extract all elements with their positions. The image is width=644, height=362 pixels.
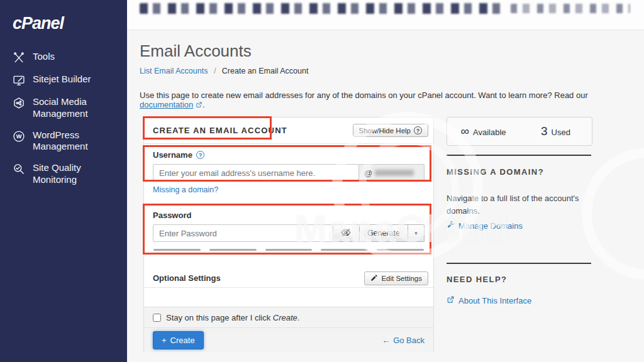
username-label-row: Username ? bbox=[153, 150, 425, 160]
strength-segment bbox=[153, 249, 201, 251]
caret-down-icon: ▼ bbox=[414, 231, 419, 236]
documentation-link[interactable]: documentation bbox=[140, 100, 193, 109]
wrench-icon bbox=[447, 221, 455, 231]
password-strength-meter bbox=[153, 249, 425, 251]
eye-slash-icon bbox=[340, 227, 352, 240]
intro-text-before: Use this page to create new email addres… bbox=[140, 90, 588, 100]
sidebar-item-label: Sitejet Builder bbox=[33, 74, 91, 85]
create-email-account-card: CREATE AN EMAIL ACCOUNT Show/Hide Help ?… bbox=[143, 117, 434, 352]
site-quality-icon bbox=[13, 163, 25, 175]
sidebar-item-label: Social Media Management bbox=[33, 96, 118, 120]
redacted-header-text bbox=[140, 3, 501, 14]
missing-domain-heading: MISSING A DOMAIN? bbox=[447, 167, 544, 177]
used-value: 3 bbox=[541, 124, 548, 138]
used-stat: 3 Used bbox=[519, 124, 592, 138]
cpanel-logo: cPanel bbox=[13, 14, 127, 33]
page-title: Email Accounts bbox=[140, 41, 252, 61]
need-help-heading: NEED HELP? bbox=[447, 275, 507, 284]
breadcrumb-list-email-accounts[interactable]: List Email Accounts bbox=[140, 67, 208, 75]
stay-text-after: . bbox=[297, 313, 300, 322]
usage-stats-box: ∞ Available 3 Used bbox=[447, 117, 592, 146]
create-button-label: Create bbox=[170, 336, 195, 345]
missing-domain-text: Navigate to a full list of the account's… bbox=[447, 192, 588, 217]
stay-on-page-checkbox[interactable] bbox=[153, 314, 161, 322]
cpanel-email-accounts-page: cPanel Tools Sitejet Builder Social Medi… bbox=[0, 0, 644, 362]
password-input[interactable] bbox=[153, 224, 333, 242]
top-bar bbox=[127, 0, 644, 30]
about-this-interface-label: About This Interface bbox=[458, 296, 531, 305]
help-circle-icon: ? bbox=[414, 126, 422, 134]
at-sign: @ bbox=[364, 168, 372, 178]
wordpress-icon: W bbox=[13, 130, 25, 143]
password-label: Password bbox=[153, 211, 191, 220]
sitejet-builder-icon bbox=[13, 74, 25, 87]
back-arrow-icon: ← bbox=[382, 336, 390, 345]
go-back-link[interactable]: ← Go Back bbox=[382, 336, 425, 345]
breadcrumb: List Email Accounts / Create an Email Ac… bbox=[140, 67, 308, 75]
generate-options-dropdown-button[interactable]: ▼ bbox=[408, 224, 425, 242]
sidebar-item-label: WordPress Management bbox=[33, 129, 118, 153]
plus-icon: + bbox=[162, 336, 167, 345]
stay-on-page-row: Stay on this page after I click Create. bbox=[144, 307, 433, 327]
intro-text: Use this page to create new email addres… bbox=[140, 90, 636, 109]
edit-settings-button[interactable]: Edit Settings bbox=[364, 272, 428, 285]
sidebar-item-tools[interactable]: Tools bbox=[13, 51, 118, 64]
sidebar-item-social-media[interactable]: Social Media Management bbox=[13, 96, 118, 120]
stay-text-emphasis: Create bbox=[273, 313, 297, 322]
username-input[interactable] bbox=[153, 164, 359, 182]
card-heading: CREATE AN EMAIL ACCOUNT bbox=[153, 126, 287, 135]
social-media-icon bbox=[13, 97, 25, 109]
sidebar: cPanel Tools Sitejet Builder Social Medi… bbox=[0, 0, 127, 362]
password-label-row: Password bbox=[153, 211, 425, 220]
used-label: Used bbox=[552, 128, 570, 137]
available-value: ∞ bbox=[460, 124, 469, 138]
pencil-icon bbox=[370, 274, 378, 283]
sidebar-item-label: Tools bbox=[33, 51, 55, 63]
password-input-group: Generate ▼ bbox=[153, 224, 425, 242]
divider bbox=[447, 155, 591, 156]
aside-panel: ∞ Available 3 Used MISSING A DOMAIN? Nav… bbox=[447, 117, 592, 324]
card-body: Username ? @ Missing a domain? Password bbox=[144, 144, 433, 269]
divider bbox=[447, 263, 591, 264]
manage-domains-label: Manage Domains bbox=[458, 221, 523, 231]
breadcrumb-current: Create an Email Account bbox=[222, 67, 309, 75]
about-this-interface-link[interactable]: About This Interface bbox=[447, 295, 531, 305]
username-help-icon[interactable]: ? bbox=[196, 151, 204, 159]
create-button[interactable]: + Create bbox=[153, 331, 204, 349]
toggle-password-visibility-button[interactable] bbox=[333, 224, 360, 242]
sidebar-item-sitejet-builder[interactable]: Sitejet Builder bbox=[13, 74, 118, 87]
sidebar-item-site-quality[interactable]: Site Quality Monitoring bbox=[13, 162, 118, 186]
missing-domain-link[interactable]: Missing a domain? bbox=[153, 185, 218, 194]
strength-segment bbox=[209, 249, 257, 251]
generate-password-button[interactable]: Generate bbox=[360, 224, 408, 242]
sidebar-item-label: Site Quality Monitoring bbox=[33, 162, 118, 186]
generate-label: Generate bbox=[367, 229, 400, 238]
edit-settings-label: Edit Settings bbox=[381, 275, 422, 282]
manage-domains-link[interactable]: Manage Domains bbox=[447, 221, 523, 231]
domain-addon: @ bbox=[359, 164, 425, 182]
external-link-icon bbox=[196, 100, 203, 109]
card-header: CREATE AN EMAIL ACCOUNT Show/Hide Help ? bbox=[144, 118, 433, 144]
username-input-group: @ bbox=[153, 164, 425, 182]
breadcrumb-separator: / bbox=[214, 67, 216, 75]
strength-segment bbox=[265, 249, 313, 251]
available-label: Available bbox=[473, 128, 506, 137]
show-hide-help-button[interactable]: Show/Hide Help ? bbox=[353, 124, 428, 137]
intro-text-after: . bbox=[203, 100, 205, 109]
optional-settings-label: Optional Settings bbox=[153, 273, 221, 283]
stay-on-page-label: Stay on this page after I click Create. bbox=[166, 313, 299, 322]
card-footer: + Create ← Go Back bbox=[144, 327, 433, 352]
card-spacer bbox=[144, 288, 433, 307]
redacted-domain bbox=[375, 170, 414, 176]
username-label: Username bbox=[153, 150, 192, 160]
password-section: Password Generate ▼ bbox=[153, 211, 425, 251]
sidebar-nav: Tools Sitejet Builder Social Media Manag… bbox=[0, 51, 127, 186]
strength-segment bbox=[377, 249, 424, 251]
sidebar-item-wordpress[interactable]: W WordPress Management bbox=[13, 129, 118, 153]
external-link-icon bbox=[447, 295, 455, 305]
tools-icon bbox=[13, 52, 25, 64]
show-hide-help-label: Show/Hide Help bbox=[359, 127, 411, 134]
strength-segment bbox=[321, 249, 368, 251]
go-back-label: Go Back bbox=[393, 336, 425, 345]
available-stat: ∞ Available bbox=[447, 124, 519, 138]
